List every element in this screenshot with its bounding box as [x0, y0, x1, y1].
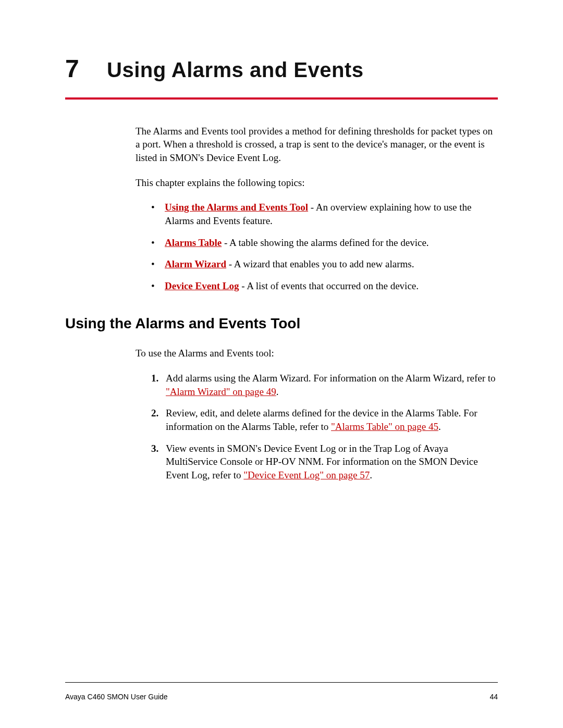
steps-list: Add alarms using the Alarm Wizard. For i… [151, 372, 498, 482]
body-text: The Alarms and Events tool provides a me… [136, 125, 498, 293]
crossref-device-event-log[interactable]: "Device Event Log" on page 57 [243, 470, 370, 480]
red-rule [65, 97, 498, 100]
intro-para-2: This chapter explains the following topi… [136, 176, 498, 190]
topic-link-alarms-table[interactable]: Alarms Table [165, 237, 222, 248]
topic-item: Alarm Wizard - A wizard that enables you… [151, 257, 498, 271]
step-item: Add alarms using the Alarm Wizard. For i… [151, 372, 498, 398]
topic-tail: - A list of events that occurred on the … [239, 280, 419, 291]
section-lead: To use the Alarms and Events tool: [136, 347, 498, 360]
step-text: Add alarms using the Alarm Wizard. For i… [166, 373, 496, 384]
footer: Avaya C460 SMON User Guide 44 [65, 692, 498, 702]
footer-page-number: 44 [489, 692, 498, 702]
step-tail: . [438, 421, 441, 432]
topic-tail: - A wizard that enables you to add new a… [226, 258, 414, 269]
intro-para-1: The Alarms and Events tool provides a me… [136, 125, 498, 165]
page: 7 Using Alarms and Events The Alarms and… [0, 0, 563, 728]
step-item: View events in SMON's Device Event Log o… [151, 442, 498, 482]
crossref-alarm-wizard[interactable]: "Alarm Wizard" on page 49 [166, 386, 276, 397]
chapter-header: 7 Using Alarms and Events [65, 52, 498, 86]
step-tail: . [370, 470, 372, 480]
section-title: Using the Alarms and Events Tool [65, 314, 498, 334]
topic-tail: - A table showing the alarms defined for… [222, 237, 429, 248]
chapter-number: 7 [65, 52, 107, 86]
topics-list: Using the Alarms and Events Tool - An ov… [151, 201, 498, 292]
topic-link-using-tool[interactable]: Using the Alarms and Events Tool [165, 202, 308, 213]
crossref-alarms-table[interactable]: "Alarms Table" on page 45 [331, 421, 438, 432]
chapter-title: Using Alarms and Events [107, 56, 363, 84]
step-item: Review, edit, and delete alarms defined … [151, 406, 498, 433]
footer-left: Avaya C460 SMON User Guide [65, 692, 168, 702]
footer-rule [65, 682, 498, 683]
topic-item: Using the Alarms and Events Tool - An ov… [151, 201, 498, 227]
topic-item: Device Event Log - A list of events that… [151, 279, 498, 293]
topic-link-alarm-wizard[interactable]: Alarm Wizard [165, 258, 226, 269]
section-body: To use the Alarms and Events tool: Add a… [136, 347, 498, 482]
topic-item: Alarms Table - A table showing the alarm… [151, 236, 498, 250]
topic-link-device-event-log[interactable]: Device Event Log [165, 280, 239, 291]
step-tail: . [276, 386, 279, 397]
